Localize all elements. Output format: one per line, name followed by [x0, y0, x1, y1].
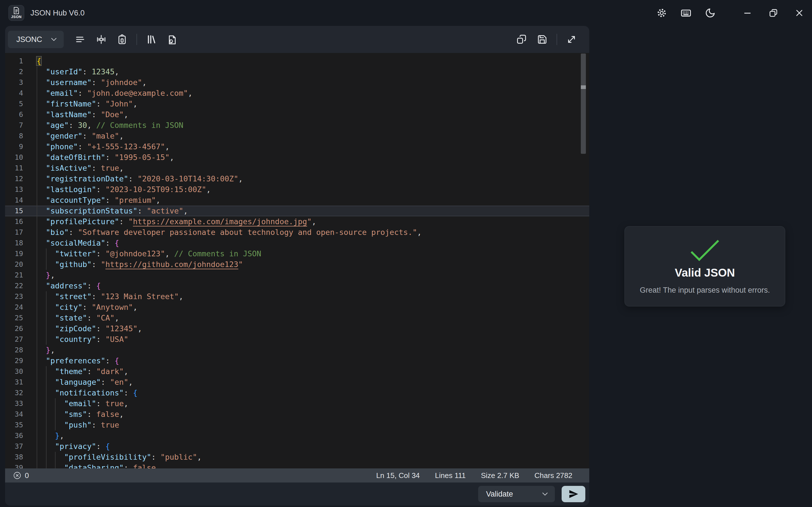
- indent-guide: [37, 409, 37, 420]
- line-content: "sms": false,: [29, 409, 124, 420]
- indent-guide: [37, 431, 37, 441]
- code-line[interactable]: 31 "language": "en",: [5, 377, 589, 388]
- editor-toolbar: JSONC: [5, 26, 589, 53]
- indent-guide: [37, 109, 37, 120]
- code-line[interactable]: 19 "twitter": "@johndoe123", // Comments…: [5, 248, 589, 259]
- expand-button[interactable]: [563, 31, 580, 48]
- code-line[interactable]: 22 "address": {: [5, 281, 589, 291]
- json-file-icon: [13, 7, 19, 14]
- line-content: "dataSharing": false: [29, 462, 156, 468]
- code-line[interactable]: 4 "email": "john.doe@example.com",: [5, 88, 589, 99]
- indent-guide: [37, 99, 37, 109]
- code-line[interactable]: 32 "notifications": {: [5, 388, 589, 398]
- code-line[interactable]: 16 "profilePicture": "https://example.co…: [5, 216, 589, 227]
- code-line[interactable]: 28 },: [5, 345, 589, 355]
- library-columns-icon: [146, 34, 156, 45]
- code-line[interactable]: 33 "email": true,: [5, 398, 589, 409]
- save-button[interactable]: [534, 31, 550, 48]
- code-line[interactable]: 10 "dateOfBirth": "1995-05-15",: [5, 152, 589, 163]
- indent-guide: [37, 238, 37, 248]
- code-line[interactable]: 17 "bio": "Software developer passionate…: [5, 227, 589, 238]
- minify-button[interactable]: [93, 31, 109, 48]
- line-content: "city": "Anytown",: [29, 302, 138, 313]
- code-line[interactable]: 3 "username": "johndoe",: [5, 77, 589, 88]
- indent-guide: [37, 270, 37, 281]
- settings-button[interactable]: [654, 5, 670, 21]
- code-line[interactable]: 23 "street": "123 Main Street",: [5, 291, 589, 302]
- keyboard-button[interactable]: [678, 5, 694, 21]
- copy-button[interactable]: [513, 31, 529, 48]
- code-line[interactable]: 39 "dataSharing": false: [5, 462, 589, 468]
- line-number: 12: [5, 173, 29, 184]
- code-line[interactable]: 13 "lastLogin": "2023-10-25T09:15:00Z",: [5, 184, 589, 195]
- line-content: "country": "USA": [29, 334, 128, 345]
- paste-button[interactable]: [114, 31, 130, 48]
- action-select[interactable]: Validate: [478, 486, 555, 502]
- line-number: 24: [5, 302, 29, 313]
- code-line[interactable]: 15 "subscriptionStatus": "active",: [5, 206, 589, 216]
- line-number: 33: [5, 398, 29, 409]
- line-number: 16: [5, 216, 29, 227]
- code-line[interactable]: 36 },: [5, 431, 589, 441]
- code-line[interactable]: 20 "github": "https://github.com/johndoe…: [5, 259, 589, 270]
- code-line[interactable]: 35 "push": true: [5, 420, 589, 431]
- maximize-restore-icon: [769, 8, 778, 18]
- language-select[interactable]: JSONC: [8, 31, 64, 48]
- code-line[interactable]: 18 "socialMedia": {: [5, 238, 589, 248]
- line-content: {: [29, 56, 41, 66]
- line-content: "userId": 12345,: [29, 66, 119, 77]
- indent-guide: [55, 398, 56, 409]
- line-content: "age": 30, // Comments in JSON: [29, 120, 183, 131]
- code-line[interactable]: 14 "accountType": "premium",: [5, 195, 589, 206]
- line-content: "privacy": {: [29, 441, 110, 452]
- code-line[interactable]: 27 "country": "USA": [5, 334, 589, 345]
- code-editor[interactable]: 1{2 "userId": 12345,3 "username": "johnd…: [5, 53, 589, 483]
- code-line[interactable]: 24 "city": "Anytown",: [5, 302, 589, 313]
- code-line[interactable]: 30 "theme": "dark",: [5, 366, 589, 377]
- status-bar-stats: Ln 15, Col 34 Lines 111 Size 2.7 KB Char…: [376, 471, 572, 480]
- line-content: "street": "123 Main Street",: [29, 291, 183, 302]
- indent-guide: [46, 388, 47, 398]
- export-file-button[interactable]: [164, 31, 181, 48]
- code-line[interactable]: 7 "age": 30, // Comments in JSON: [5, 120, 589, 131]
- indent-guide: [37, 377, 37, 388]
- code-line[interactable]: 8 "gender": "male",: [5, 131, 589, 142]
- save-icon: [537, 34, 547, 45]
- editor-panel: JSONC: [5, 26, 589, 506]
- code-line[interactable]: 5 "firstName": "John",: [5, 99, 589, 109]
- library-button[interactable]: [143, 31, 160, 48]
- code-line[interactable]: 37 "privacy": {: [5, 441, 589, 452]
- code-line[interactable]: 25 "state": "CA",: [5, 313, 589, 323]
- run-action-button[interactable]: [562, 486, 585, 502]
- code-line[interactable]: 26 "zipCode": "12345",: [5, 323, 589, 334]
- close-button[interactable]: [791, 5, 808, 21]
- theme-toggle-button[interactable]: [702, 5, 718, 21]
- code-line[interactable]: 38 "profileVisibility": "public",: [5, 452, 589, 462]
- code-line[interactable]: 2 "userId": 12345,: [5, 66, 589, 77]
- format-button[interactable]: [72, 31, 89, 48]
- code-line[interactable]: 21 },: [5, 270, 589, 281]
- line-number: 17: [5, 227, 29, 238]
- maximize-button[interactable]: [765, 5, 781, 21]
- line-number: 3: [5, 77, 29, 88]
- indent-guide: [37, 206, 37, 216]
- minimize-button[interactable]: [739, 5, 756, 21]
- line-number: 28: [5, 345, 29, 355]
- line-content: "accountType": "premium",: [29, 195, 160, 206]
- indent-guide: [37, 142, 37, 152]
- language-select-value: JSONC: [16, 35, 42, 44]
- code-line[interactable]: 6 "lastName": "Doe",: [5, 109, 589, 120]
- scrollbar-thumb[interactable]: [581, 54, 586, 154]
- code-line[interactable]: 1{: [5, 56, 589, 66]
- line-content: "state": "CA",: [29, 313, 119, 323]
- indent-guide: [37, 163, 37, 173]
- code-line[interactable]: 11 "isActive": true,: [5, 163, 589, 173]
- minimize-icon: [743, 8, 752, 18]
- code-line[interactable]: 29 "preferences": {: [5, 355, 589, 366]
- code-line[interactable]: 12 "registrationDate": "2020-03-10T14:30…: [5, 173, 589, 184]
- code-line[interactable]: 34 "sms": false,: [5, 409, 589, 420]
- code-area[interactable]: 1{2 "userId": 12345,3 "username": "johnd…: [5, 53, 589, 468]
- line-number: 10: [5, 152, 29, 163]
- indent-guide: [46, 377, 47, 388]
- code-line[interactable]: 9 "phone": "+1-555-123-4567",: [5, 142, 589, 152]
